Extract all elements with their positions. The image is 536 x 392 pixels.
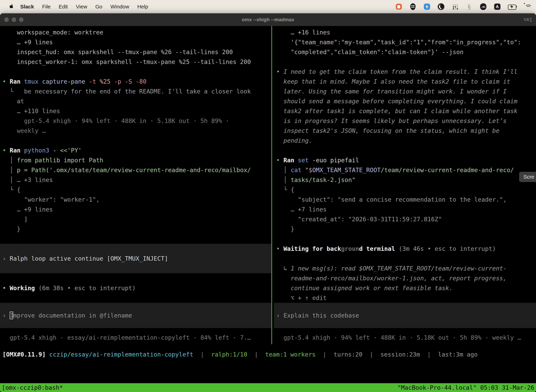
badge-61-icon-glyph: ..61 — [479, 3, 487, 10]
terminal-text-segment: set — [298, 157, 312, 164]
omx-status-line: [OMX#0.11.9] cczip/essay/ai-reimplementa… — [0, 350, 536, 359]
terminal-text-segment: … +110 lines — [2, 107, 60, 115]
terminal-text-segment: gpt-5.4 xhigh · 94% left · 488K in · 5.1… — [2, 117, 229, 124]
terminal-text-segment: … +9 lines — [2, 39, 53, 46]
terminal-text-segment: … +9 lines — [2, 206, 53, 213]
terminal-text-segment: -euo pipefail — [312, 157, 359, 164]
dots-grid-icon[interactable] — [451, 3, 459, 10]
menu-item-file[interactable]: File — [38, 4, 54, 10]
terminal-text-segment: Ran — [283, 157, 298, 164]
wifi-icon-glyph — [524, 3, 525, 4]
terminal-text-segment: • — [2, 147, 10, 154]
minimize-button[interactable] — [12, 17, 16, 22]
focus-crescent-icon[interactable] — [437, 3, 445, 10]
terminal-line: └ { — [274, 185, 536, 195]
battery-charging-icon[interactable] — [507, 3, 517, 10]
terminal-line — [274, 57, 536, 67]
macos-menu-bar: SlackFileEditViewGoWindowHelp §..61A — [0, 0, 536, 13]
terminal-line — [0, 293, 271, 303]
terminal-text-segment: › — [2, 255, 10, 262]
squiggle-icon[interactable]: § — [465, 3, 473, 10]
omx-status-segment: [OMX#0.11.9] — [2, 351, 49, 358]
lightning-badge-icon[interactable] — [423, 3, 431, 10]
terminal-line: keep that in mind. Maybe I also need the… — [274, 77, 536, 86]
spacer — [0, 328, 271, 333]
terminal-text-segment: Ran — [10, 147, 24, 154]
input-source-icon[interactable]: A — [493, 3, 501, 10]
terminal-line: • Working (6m 38s • esc to interrupt) — [0, 283, 271, 293]
terminal-line: … +16 lines — [274, 27, 536, 37]
wifi-icon[interactable] — [524, 3, 531, 10]
terminal-line: gpt-5.4 xhigh · essay/ai-reimplementatio… — [0, 333, 271, 342]
window-title: omx --xhigh --madmax — [242, 17, 294, 23]
terminal-line: … +7 lines — [274, 205, 536, 214]
pane-hud[interactable]: workspace_mode: worktree … +9 lines insp… — [0, 27, 271, 345]
terminal-text-segment: tmux — [24, 78, 42, 85]
screenshot-tooltip: Scre — [519, 172, 536, 182]
prompt-input-left[interactable]: › Improve documentation in @filename — [0, 303, 271, 328]
chat-bubble-icon[interactable] — [395, 3, 403, 10]
omx-status-segment: cczip/essay/ai-reimplementation-copyleft — [49, 351, 193, 358]
terminal-line: is in progress? It seems likely but perh… — [274, 116, 536, 126]
ralph-loop-banner: › Ralph loop active continue [OMX_TMUX_I… — [0, 244, 271, 273]
terminal-text-segment: "subject": "send a concise recommendatio… — [276, 196, 507, 203]
menu-item-go[interactable]: Go — [91, 4, 106, 10]
pane-worker-1[interactable]: … +16 lines '{"team_name":"my-team","tas… — [274, 27, 536, 345]
terminal-text-segment: ] — [2, 216, 28, 223]
terminal-text-segment: } — [2, 225, 20, 233]
terminal-line — [0, 273, 271, 283]
terminal-line: "subject": "send a concise recommendatio… — [274, 195, 536, 205]
terminal-line: should send a message before completing … — [274, 96, 536, 106]
badge-61-icon[interactable]: ..61 — [479, 3, 487, 10]
terminal-text-segment: workspace_mode: worktree — [2, 29, 103, 36]
terminal-text-segment: (3m 46s • esc to interrupt) — [399, 245, 496, 252]
terminal-line: gpt-5.4 xhigh · 94% left · 488K in · 5.1… — [274, 333, 536, 342]
terminal-text-segment: inspect_hud: omx sparkshell --tmux-pane … — [2, 48, 233, 56]
terminal-line: } — [0, 224, 271, 234]
terminal-text-segment: cat — [291, 167, 305, 173]
terminal-text-segment: │ … +3 lines — [2, 176, 53, 183]
terminal-line: pending. — [274, 135, 536, 145]
terminal-text-segment: groun — [341, 245, 359, 252]
menu-item-edit[interactable]: Edit — [55, 4, 72, 10]
menu-item-view[interactable]: View — [72, 4, 91, 10]
terminal-text-segment: … +7 lines — [276, 206, 327, 213]
window-titlebar: omx --xhigh --madmax ⌥⌘1 — [0, 13, 536, 26]
terminal-text-segment: continue assigned work or next feasible … — [276, 285, 453, 292]
zoom-button[interactable] — [19, 17, 24, 22]
close-button[interactable] — [4, 17, 9, 22]
terminal-text-segment: p = Path('.omx/state/team/review-current… — [17, 167, 251, 173]
terminal-text-segment: (6m 38s • esc to interrupt) — [38, 285, 136, 292]
terminal-line: inspect_worker-1: omx sparkshell --tmux-… — [0, 57, 271, 67]
terminal-line: └ be necessary for the end of the README… — [0, 86, 271, 96]
terminal-text-segment: readme-and-reco/mailbox/worker-1.json, a… — [276, 275, 507, 282]
terminal-line — [274, 234, 536, 244]
terminal-text-segment: from pathlib import Path — [17, 157, 103, 164]
terminal-text-segment: Waiting for back — [283, 245, 341, 252]
terminal-text-segment: │ — [2, 167, 17, 173]
terminal-line: workspace_mode: worktree — [0, 27, 271, 37]
pane-divider[interactable] — [271, 26, 272, 344]
menu-item-window[interactable]: Window — [106, 4, 133, 10]
terminal-text-segment: - — [53, 147, 60, 154]
terminal-text-segment: └ { — [2, 186, 20, 193]
terminal-text-segment: -t — [89, 78, 100, 85]
omx-status-segment: last:3m ago — [438, 351, 478, 358]
ralph-loop-banner-text: › Ralph loop active continue [OMX_TMUX_I… — [0, 254, 168, 263]
terminal-line: '{"team_name":"my-team","task_id":"1","f… — [274, 37, 536, 47]
omx-status-segment: | — [362, 351, 380, 358]
terminal-text-segment: │ — [276, 167, 291, 173]
terminal-line — [274, 254, 536, 263]
prompt-input-right[interactable]: › Explain this codebase — [274, 303, 536, 328]
terminal-line: │ tasks/task-2.json" — [274, 175, 536, 185]
tmux-host-clock: "MacBook-Pro-44.local" 05:03 31-Mar-26 — [397, 384, 534, 391]
apple-menu-icon[interactable] — [9, 4, 14, 10]
terminal-line: • Ran set -euo pipefail — [274, 155, 536, 165]
terminal-text-segment: tasks/task-2.json — [291, 176, 352, 183]
tmux-panes: workspace_mode: worktree … +9 lines insp… — [0, 26, 536, 345]
terminal-text-segment: weekly … — [2, 127, 46, 134]
menu-item-help[interactable]: Help — [133, 4, 152, 10]
privacy-shield-icon[interactable] — [409, 3, 417, 10]
omx-status-segment: | — [420, 351, 438, 358]
menu-item-slack[interactable]: Slack — [16, 4, 38, 10]
